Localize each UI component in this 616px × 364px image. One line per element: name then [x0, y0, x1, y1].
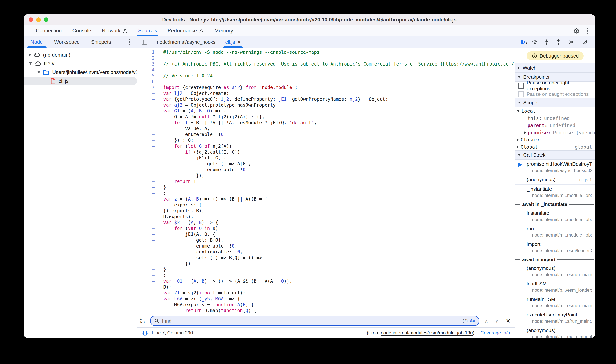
- line-number[interactable]: –: [137, 308, 158, 314]
- line-number[interactable]: 1: [137, 50, 158, 55]
- call-stack-frame[interactable]: importnode:internal/m...esm/loader:329: [515, 240, 595, 255]
- line-number[interactable]: 6: [137, 79, 158, 85]
- line-number[interactable]: –: [137, 237, 158, 243]
- line-number[interactable]: –: [137, 143, 158, 149]
- line-number[interactable]: –: [137, 202, 158, 208]
- line-number[interactable]: –: [137, 173, 158, 179]
- line-number[interactable]: –: [137, 273, 158, 278]
- line-number[interactable]: 3: [137, 61, 158, 67]
- line-number[interactable]: –: [137, 155, 158, 161]
- line-number[interactable]: –: [137, 120, 158, 126]
- line-number[interactable]: –: [137, 149, 158, 155]
- settings-gear-icon[interactable]: [573, 28, 580, 34]
- scope-variable-promise[interactable]: promise:Promise {<pending>}: [515, 129, 595, 136]
- line-number[interactable]: –: [137, 196, 158, 202]
- line-number[interactable]: –: [137, 114, 158, 120]
- scope-group-local[interactable]: Local: [515, 107, 595, 115]
- line-number[interactable]: –: [137, 184, 158, 190]
- navigator-more-icon[interactable]: [129, 41, 130, 43]
- line-number[interactable]: –: [137, 208, 158, 214]
- find-previous-icon[interactable]: ∧: [483, 318, 490, 324]
- line-number[interactable]: –: [137, 243, 158, 249]
- scope-group-global[interactable]: Globalglobal: [515, 143, 595, 151]
- line-number[interactable]: –: [137, 132, 158, 138]
- tree-expander-icon[interactable]: [29, 53, 31, 56]
- line-number[interactable]: –: [137, 190, 158, 196]
- match-case-toggle[interactable]: Aa: [470, 318, 475, 324]
- step-into-icon[interactable]: [541, 39, 552, 45]
- line-number[interactable]: –: [137, 108, 158, 114]
- tab-connection[interactable]: Connection: [30, 25, 67, 36]
- checkbox-unchecked[interactable]: [518, 83, 524, 89]
- line-number[interactable]: –: [137, 296, 158, 302]
- call-stack-frame[interactable]: loadESMnode:internal/p.../esm_loader:34: [515, 279, 595, 295]
- tree-item-users-jinhuilee-nvm-versions-node-v2-[interactable]: Users/jinhuilee/.nvm/versions/node/v2...: [24, 68, 137, 77]
- line-number[interactable]: –: [137, 232, 158, 237]
- close-find-icon[interactable]: ✕: [504, 318, 511, 324]
- source-map-link[interactable]: node:internal/modules/esm/module_job:130: [381, 330, 473, 335]
- step-over-icon[interactable]: [529, 39, 541, 45]
- close-tab-icon[interactable]: ×: [238, 39, 240, 45]
- tab-performance[interactable]: Performance: [162, 25, 209, 36]
- call-stack-frame[interactable]: (anonymous)cli.js:1: [515, 175, 595, 185]
- scope-group-closure[interactable]: Closure: [515, 136, 595, 143]
- line-number[interactable]: –: [137, 102, 158, 108]
- tree-expander-icon[interactable]: [29, 63, 32, 65]
- line-number[interactable]: –: [137, 220, 158, 226]
- call-stack-frame[interactable]: (anonymous)node:internal/m...es/run_main…: [515, 264, 595, 279]
- tree-item--no-domain-[interactable]: (no domain): [24, 51, 137, 59]
- navigator-tab-snippets[interactable]: Snippets: [86, 36, 115, 48]
- call-stack-section-header[interactable]: Call Stack: [515, 150, 595, 160]
- line-number[interactable]: 4: [137, 67, 158, 73]
- call-stack-frame[interactable]: promiseInitHookWithDestroyTr...node:inte…: [515, 160, 595, 175]
- scope-section-header[interactable]: Scope: [515, 98, 595, 107]
- line-number[interactable]: –: [137, 161, 158, 167]
- line-number[interactable]: 7: [137, 85, 158, 91]
- line-number[interactable]: –: [137, 214, 158, 220]
- tab-console[interactable]: Console: [67, 25, 97, 36]
- step-icon[interactable]: [564, 39, 576, 45]
- line-number[interactable]: 2: [137, 55, 158, 61]
- line-number[interactable]: –: [137, 267, 158, 273]
- call-stack-frame[interactable]: runMainESMnode:internal/m...es/run_main:…: [515, 295, 595, 310]
- resume-script-icon[interactable]: [517, 39, 529, 45]
- coverage-link[interactable]: Coverage: n/a: [480, 330, 510, 336]
- editor-tab-cli-js[interactable]: cli.js×: [220, 36, 245, 48]
- navigator-tab-node[interactable]: Node: [26, 36, 47, 48]
- call-stack-frame[interactable]: executeUserEntryPointnode:internal/m...s…: [515, 310, 595, 326]
- editor-tab-node-internal-async-hooks[interactable]: node:internal/async_hooks: [152, 36, 220, 48]
- replace-toggle-icon[interactable]: A↳B: [140, 318, 146, 324]
- tab-sources[interactable]: Sources: [133, 25, 162, 36]
- line-number[interactable]: –: [137, 249, 158, 255]
- call-stack-frame[interactable]: instantiatenode:internal/m...module_job:…: [515, 209, 595, 224]
- line-number[interactable]: –: [137, 290, 158, 296]
- deactivate-breakpoints-icon[interactable]: [579, 39, 591, 45]
- step-out-icon[interactable]: [552, 39, 564, 45]
- line-number[interactable]: –: [137, 179, 158, 184]
- tree-expander-icon[interactable]: [37, 71, 40, 74]
- line-number[interactable]: –: [137, 91, 158, 96]
- tab-network[interactable]: Network: [97, 25, 133, 36]
- navigator-tab-workspace[interactable]: Workspace: [50, 36, 84, 48]
- find-next-icon[interactable]: ∨: [493, 318, 500, 324]
- call-stack-frame[interactable]: runnode:internal/m...module_job:214: [515, 224, 595, 240]
- pretty-print-icon[interactable]: {}: [142, 330, 148, 336]
- call-stack-frame[interactable]: _instantiatenode:internal/m...module_job…: [515, 185, 595, 200]
- scope-variable-parent[interactable]: parent:undefined: [515, 122, 595, 129]
- line-number[interactable]: –: [137, 284, 158, 290]
- regex-toggle-icon[interactable]: (.*): [462, 318, 467, 323]
- line-number[interactable]: –: [137, 167, 158, 173]
- line-number[interactable]: 5: [137, 73, 158, 79]
- source-code-viewer[interactable]: 1#!/usr/bin/env -S node --no-warnings --…: [137, 48, 515, 314]
- watch-section-header[interactable]: Watch: [515, 63, 595, 73]
- call-stack-frame[interactable]: (anonymous)node:internal/m...main_module…: [515, 326, 595, 338]
- more-options-icon[interactable]: [587, 30, 588, 32]
- line-number[interactable]: –: [137, 278, 158, 284]
- scope-variable-this[interactable]: this:undefined: [515, 115, 595, 122]
- line-number[interactable]: –: [137, 255, 158, 261]
- toggle-navigator-icon[interactable]: [137, 36, 152, 48]
- line-number[interactable]: –: [137, 96, 158, 102]
- line-number[interactable]: –: [137, 126, 158, 132]
- find-input[interactable]: [162, 318, 460, 324]
- line-number[interactable]: –: [137, 138, 158, 143]
